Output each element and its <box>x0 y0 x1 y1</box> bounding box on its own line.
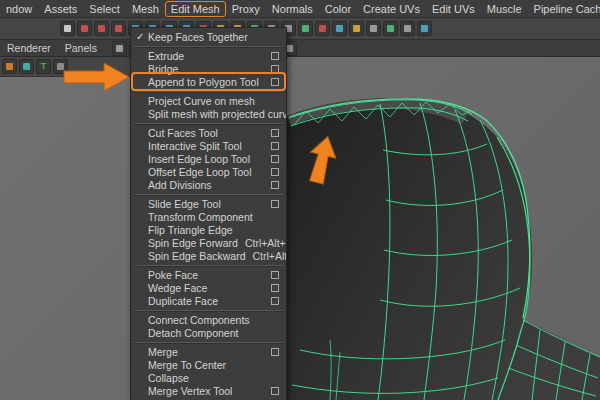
menu-item-label: Bridge <box>148 63 178 75</box>
menu-item-merge-vertex-tool[interactable]: Merge Vertex Tool <box>131 384 286 397</box>
menu-item-flip-triangle-edge[interactable]: Flip Triangle Edge <box>131 223 286 236</box>
persp-outliner-pane-icon: T <box>41 62 47 71</box>
texture-view-icon <box>421 25 428 32</box>
menu-item-offset-edge-loop-tool[interactable]: Offset Edge Loop Tool <box>131 165 286 178</box>
menubar-item-ndow[interactable]: ndow <box>0 1 38 17</box>
menu-item-label: Merge To Center <box>148 359 226 371</box>
select-camera-icon <box>116 45 123 52</box>
render-view-icon[interactable] <box>400 21 415 36</box>
menu-item-label: Interactive Split Tool <box>148 140 242 152</box>
menubar-item-edit-mesh[interactable]: Edit Mesh <box>165 1 226 17</box>
hypershade-pane-icon[interactable] <box>53 59 68 74</box>
menubar-item-select[interactable]: Select <box>83 1 126 17</box>
panel-menu-renderer[interactable]: Renderer <box>0 42 58 54</box>
option-box-icon[interactable] <box>271 168 279 176</box>
menu-item-transform-component[interactable]: Transform Component <box>131 210 286 223</box>
menu-item-extrude[interactable]: Extrude <box>131 49 286 62</box>
option-box-icon[interactable] <box>271 52 279 60</box>
menubar-item-normals[interactable]: Normals <box>266 1 319 17</box>
select-by-object-icon <box>98 25 105 32</box>
four-pane-layout-icon[interactable] <box>19 59 34 74</box>
option-box-icon[interactable] <box>271 181 279 189</box>
menu-item-label: Transform Component <box>148 211 253 223</box>
select-by-object-icon[interactable] <box>94 21 109 36</box>
menu-item-detach-component[interactable]: Detach Component <box>131 326 286 339</box>
menu-item-spin-edge-backward[interactable]: Spin Edge BackwardCtrl+Alt+Left <box>131 249 286 262</box>
menubar-item-mesh[interactable]: Mesh <box>126 1 165 17</box>
menu-item-label: Add Divisions <box>148 179 212 191</box>
option-box-icon[interactable] <box>271 271 279 279</box>
paint-effects-icon[interactable] <box>315 21 330 36</box>
menu-item-label: Flip Triangle Edge <box>148 224 233 236</box>
menu-item-label: Project Curve on mesh <box>148 95 255 107</box>
menu-item-slide-edge-tool[interactable]: Slide Edge Tool <box>131 197 286 210</box>
menubar-item-color[interactable]: Color <box>319 1 357 17</box>
menu-item-wedge-face[interactable]: Wedge Face <box>131 281 286 294</box>
shelf-tab-icon <box>64 25 71 32</box>
menu-item-collapse[interactable]: Collapse <box>131 371 286 384</box>
menubar-item-edit-uvs[interactable]: Edit UVs <box>426 1 481 17</box>
hypershade-icon[interactable] <box>332 21 347 36</box>
option-box-icon[interactable] <box>271 65 279 73</box>
graph-editor-icon <box>353 25 360 32</box>
hypershade-pane-icon <box>57 63 64 70</box>
option-box-icon[interactable] <box>271 155 279 163</box>
render-settings-icon[interactable] <box>298 21 313 36</box>
outliner-icon[interactable] <box>366 21 381 36</box>
menu-item-add-divisions[interactable]: Add Divisions <box>131 178 286 191</box>
menu-item-label: Offset Edge Loop Tool <box>148 166 252 178</box>
menu-item-split-mesh-with-projected-curve[interactable]: Split mesh with projected curve <box>131 107 286 120</box>
menu-item-label: Insert Edge Loop Tool <box>148 153 250 165</box>
menu-item-label: Spin Edge Forward <box>148 237 238 249</box>
select-camera-icon[interactable] <box>112 41 127 56</box>
menu-item-label: Collapse <box>148 372 189 384</box>
menu-item-spin-edge-forward[interactable]: Spin Edge ForwardCtrl+Alt+Right <box>131 236 286 249</box>
select-by-hierarchy-icon[interactable] <box>77 21 92 36</box>
menu-item-keep-faces-together[interactable]: ✓Keep Faces Together <box>131 30 286 43</box>
menu-item-label: Poke Face <box>148 269 198 281</box>
menu-item-project-curve-on-mesh[interactable]: Project Curve on mesh <box>131 94 286 107</box>
menu-item-merge[interactable]: Merge <box>131 345 286 358</box>
script-editor-icon <box>387 25 394 32</box>
script-editor-icon[interactable] <box>383 21 398 36</box>
panel-menu-panels[interactable]: Panels <box>58 42 104 54</box>
select-by-component-icon <box>115 25 122 32</box>
option-box-icon[interactable] <box>271 200 279 208</box>
option-box-icon[interactable] <box>271 142 279 150</box>
menu-item-poke-face[interactable]: Poke Face <box>131 268 286 281</box>
menubar-item-muscle[interactable]: Muscle <box>481 1 528 17</box>
menu-item-label: Merge <box>148 346 178 358</box>
viewport-layout-toolbar: T <box>0 57 135 77</box>
menu-item-connect-components[interactable]: Connect Components <box>131 313 286 326</box>
status-line-toolbar <box>0 18 600 40</box>
menu-item-merge-to-center[interactable]: Merge To Center <box>131 358 286 371</box>
menu-item-duplicate-face[interactable]: Duplicate Face <box>131 294 286 307</box>
perspective-viewport[interactable] <box>0 56 600 400</box>
option-box-icon[interactable] <box>271 129 279 137</box>
option-box-icon[interactable] <box>271 348 279 356</box>
select-by-component-icon[interactable] <box>111 21 126 36</box>
menu-item-interactive-split-tool[interactable]: Interactive Split Tool <box>131 139 286 152</box>
menubar-item-create-uvs[interactable]: Create UVs <box>357 1 426 17</box>
menu-item-label: Spin Edge Backward <box>148 250 245 262</box>
single-pane-layout-icon[interactable] <box>2 59 17 74</box>
menu-item-append-to-polygon-tool[interactable]: Append to Polygon Tool <box>131 75 286 88</box>
option-box-icon[interactable] <box>271 387 279 395</box>
graph-editor-icon[interactable] <box>349 21 364 36</box>
menu-item-cut-faces-tool[interactable]: Cut Faces Tool <box>131 126 286 139</box>
option-box-icon[interactable] <box>271 78 279 86</box>
texture-view-icon[interactable] <box>417 21 432 36</box>
menubar-item-assets[interactable]: Assets <box>38 1 83 17</box>
menu-item-label: Slide Edge Tool <box>148 198 221 210</box>
menubar-item-pipeline-cache[interactable]: Pipeline Cache <box>528 1 600 17</box>
menu-item-label: Cut Faces Tool <box>148 127 218 139</box>
menu-item-insert-edge-loop-tool[interactable]: Insert Edge Loop Tool <box>131 152 286 165</box>
persp-outliner-pane-icon[interactable]: T <box>36 59 51 74</box>
menu-item-bridge[interactable]: Bridge <box>131 62 286 75</box>
shelf-tab-icon[interactable] <box>60 21 75 36</box>
checkmark-icon: ✓ <box>136 31 148 42</box>
option-box-icon[interactable] <box>271 297 279 305</box>
menu-item-label: Duplicate Face <box>148 295 218 307</box>
option-box-icon[interactable] <box>271 284 279 292</box>
menubar-item-proxy[interactable]: Proxy <box>226 1 266 17</box>
